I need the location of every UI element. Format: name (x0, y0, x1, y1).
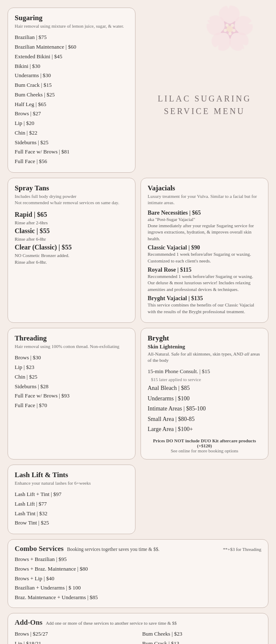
combo-note: **+$3 for Threading (223, 547, 261, 552)
list-item: Lash Lift + Tint | $97 (15, 490, 128, 499)
sugaring-services: Brazilian | $75Brazilian Maintenance | $… (15, 33, 128, 166)
lash-subtitle: Enhance your natural lashes for 6+weeks (15, 480, 128, 486)
logo-title: LILAC SUGARING SERVICE MENU (158, 92, 251, 117)
combo-subtitle: Booking services together saves you time… (67, 547, 159, 552)
addons-header: Add-Ons Add one or more of these service… (15, 618, 261, 627)
list-item: Underarms | $100 (148, 394, 261, 404)
list-item: Bum Crack | $13 (142, 639, 261, 644)
vajacial-item-desc: This service combines the benefits of ou… (148, 302, 261, 315)
vajacial-item-title: Royal Rose | $115 (148, 267, 261, 273)
lash-services: Lash Lift + Tint | $97Lash Lift | $77Las… (15, 490, 128, 528)
list-item: Bum Crack | $15 (15, 80, 128, 90)
list-item: Rapid | $65Rinse after 2-6hrs (15, 210, 128, 226)
bryght-card: Bryght Skin Lightening All-Natural. Safe… (141, 328, 268, 460)
list-item: Lip | $23 (15, 363, 128, 372)
list-item: Lash Tint | $32 (15, 509, 128, 519)
list-item: Sideburns | $25 (15, 138, 128, 148)
sugaring-subtitle: Hair removal using mixture of lemon juic… (15, 23, 128, 29)
bryght-note: Prices DO NOT include DUO Kit aftercare … (148, 438, 261, 448)
vajacial-item-title: Bare Necessities | $65 (148, 210, 261, 216)
spray-tans-title: Spray Tans (15, 184, 128, 192)
vajacial-item-desc: aka "Post-Sugar Vajacial" Done immediate… (148, 216, 261, 242)
list-item: Brow Tint | $25 (15, 518, 128, 528)
list-item: Brazilian + Underarms | $ 100 (15, 583, 261, 593)
list-item: Chin | $22 (15, 128, 128, 138)
logo-icon: 🌸 (203, 8, 256, 49)
list-item: Bum Cheeks | $23 (142, 629, 261, 639)
addons-col2: Bum Cheeks | $23Bum Crack | $13Anal Blea… (142, 629, 261, 644)
vajacial-item-title: Bryght Vajacial | $135 (148, 295, 261, 302)
combo-title: Combo Services (15, 545, 64, 553)
list-item: Chin | $25 (15, 372, 128, 382)
bryght-services: 15-min Phone Consult. | $15$15 later app… (148, 367, 261, 435)
list-item: Lash Lift | $77 (15, 499, 128, 509)
addons-grid: Brows | $25/27Lip | $18/21Chin | $20/23S… (15, 629, 261, 644)
vajacials-subtitle: Luxury treatment for your Vulva. Similar… (148, 193, 261, 206)
lash-card: Lash Lift & Tints Enhance your natural l… (8, 465, 135, 534)
list-item: Brows | $25/27 (15, 629, 134, 639)
combo-services: Brows + Brazilian | $95Brows + Braz. Mai… (15, 555, 261, 602)
lash-title: Lash Lift & Tints (15, 471, 128, 479)
list-item: Bum Cheeks | $25 (15, 90, 128, 100)
vajacial-item-desc: Reccommended 1 week before/after Sugarin… (148, 273, 261, 293)
bryght-desc: All-Natural. Safe for all skintones, ski… (148, 351, 261, 364)
list-item: Half Leg | $65 (15, 100, 128, 109)
list-item: Small Area | $80-85 (148, 414, 261, 425)
threading-subtitle: Hair removal using 100% cotton thread. N… (15, 343, 128, 350)
spray-tans-card: Spray Tans Includes full body drying pow… (8, 178, 135, 323)
list-item: Full Face | $70 (15, 401, 128, 410)
combo-header: Combo Services Booking services together… (15, 545, 261, 553)
combo-card: Combo Services Booking services together… (8, 539, 268, 608)
list-item: Bikini | $30 (15, 62, 128, 71)
list-item: Classic | $55Rinse after 6-8hr (15, 226, 128, 242)
addons-title: Add-Ons (15, 618, 42, 627)
list-item: Lip | $18/21 (15, 639, 134, 644)
list-item: Full Face | $56 (15, 157, 128, 166)
list-item: Brows + Brazilian | $95 (15, 555, 261, 564)
list-item: Clear (Classic) | $55NO Cosmetic Bronzer… (15, 242, 128, 265)
bryght-note2: See online for more booking options (148, 448, 261, 453)
list-item: Full Face w/ Brows | $81 (15, 147, 128, 157)
list-item: Brazilian | $75 (15, 33, 128, 42)
threading-card: Threading Hair removal using 100% cotton… (8, 328, 135, 460)
bryght-title: Bryght (148, 334, 261, 343)
list-item: Brows + Braz. Maintenance | $80 (15, 564, 261, 574)
sugaring-card: Sugaring Hair removal using mixture of l… (8, 8, 135, 173)
spray-tans-subtitle: Includes full body drying powder Not rec… (15, 193, 128, 206)
list-item: 15-min Phone Consult. | $15$15 later app… (148, 367, 261, 383)
list-item: Anal Bleach | $85 (148, 383, 261, 394)
sugaring-title: Sugaring (15, 14, 128, 22)
list-item: Sideburns | $28 (15, 382, 128, 392)
spray-tans-services: Rapid | $65Rinse after 2-6hrsClassic | $… (15, 210, 128, 266)
list-item: Extended Bikini | $45 (15, 52, 128, 62)
list-item: Intimate Areas | $85-100 (148, 404, 261, 414)
threading-title: Threading (15, 334, 128, 343)
addons-card: Add-Ons Add one or more of these service… (8, 613, 268, 644)
list-item: Brows | $30 (15, 353, 128, 363)
threading-services: Brows | $30Lip | $23Chin | $25Sideburns … (15, 353, 128, 410)
addons-col1: Brows | $25/27Lip | $18/21Chin | $20/23S… (15, 629, 134, 644)
list-item: Large Area | $100+ (148, 424, 261, 435)
header-area: 🌸 LILAC SUGARING SERVICE MENU (141, 8, 268, 173)
vajacials-title: Vajacials (148, 184, 261, 192)
list-item: Underarms | $30 (15, 71, 128, 80)
list-item: Brows | $27 (15, 109, 128, 119)
vajacials-items: Bare Necessities | $65aka "Post-Sugar Va… (148, 210, 261, 315)
vajacials-card: Vajacials Luxury treatment for your Vulv… (141, 178, 268, 323)
list-item: Brows + Lip | $40 (15, 574, 261, 584)
list-item: Lip | $20 (15, 119, 128, 128)
list-item: Full Face w/ Brows | $93 (15, 391, 128, 401)
bryght-skin-lightening: Skin Lightening (148, 343, 261, 350)
vajacial-item-title: Classic Vajacial | $90 (148, 244, 261, 251)
list-item: Brazilian Maintenance | $60 (15, 42, 128, 52)
vajacial-item-desc: Recommended 1 week before/after Sugaring… (148, 251, 261, 264)
addons-subtitle: Add one or more of these services to ano… (46, 621, 177, 626)
list-item: Braz. Maintenance + Underarms | $85 (15, 593, 261, 602)
